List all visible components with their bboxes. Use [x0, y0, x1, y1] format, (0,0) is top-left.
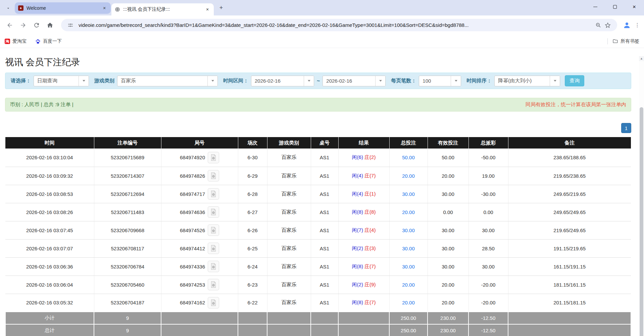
cell-total-bet: 20.00 [389, 167, 428, 185]
url-text[interactable]: videoie.com/game/betrecord_search/kind3?… [79, 22, 594, 28]
cell-session: 6-29 [238, 167, 267, 185]
footer-empty-cell [267, 324, 311, 336]
cell-total-bet: 30.00 [389, 221, 428, 239]
forward-button[interactable] [17, 19, 29, 31]
video-replay-button[interactable] [208, 243, 219, 254]
minimize-icon [593, 7, 597, 7]
video-replay-button[interactable] [208, 152, 219, 163]
dropdown-button[interactable] [375, 76, 385, 86]
dropdown-button[interactable] [304, 76, 314, 86]
date-end-select[interactable]: 2026-02-16 [323, 76, 386, 86]
cell-result: 闲(8) 庄(7) [338, 257, 389, 276]
round-wrap: 684974826 [180, 170, 219, 181]
new-tab-button[interactable]: + [216, 3, 226, 12]
round-wrap: 684974253 [180, 279, 219, 290]
video-replay-button[interactable] [208, 224, 219, 236]
cell-session: 6-22 [238, 294, 267, 312]
total-bet-value[interactable]: 20.00 [402, 300, 415, 305]
dropdown-button[interactable] [79, 76, 89, 86]
tab-welcome[interactable]: ♠ Welcome ✕ [15, 2, 111, 14]
round-number: 684974412 [180, 246, 205, 251]
scroll-up-icon[interactable]: ▲ [639, 56, 644, 61]
profile-avatar[interactable] [622, 20, 632, 30]
footer-empty-cell [338, 324, 389, 336]
round-wrap: 684974920 [180, 152, 219, 163]
reload-button[interactable] [31, 19, 42, 31]
chevron-down-icon [6, 6, 10, 10]
tab-betrecord[interactable]: :::视讯 会员下注纪录::: ✕ [111, 3, 214, 15]
cell-time: 2026-02-16 03:06:04 [5, 276, 94, 294]
bookmark-label: 百度一下 [43, 38, 62, 44]
dropdown-button[interactable] [451, 76, 461, 86]
total-bet-value[interactable]: 20.00 [402, 282, 415, 288]
sort-label: 时间排序： [466, 78, 492, 84]
baidu-paw-icon [35, 39, 41, 44]
window-maximize-button[interactable] [605, 0, 625, 13]
dropdown-button[interactable] [207, 76, 217, 86]
cell-round: 684974717 [161, 185, 238, 203]
bookmark-star-icon[interactable] [603, 20, 612, 30]
result-player: 闲(6) [352, 154, 363, 160]
window-minimize-button[interactable] [586, 0, 605, 13]
cell-time: 2026-02-16 03:05:32 [5, 294, 94, 312]
cell-bet-id: 523206709668 [94, 221, 161, 239]
footer-empty-cell [238, 312, 267, 324]
total-bet-value[interactable]: 30.00 [402, 264, 415, 269]
bookmark-baidu[interactable]: 百度一下 [35, 38, 62, 44]
per-page-select[interactable]: 100 [419, 76, 461, 86]
total-bet-value[interactable]: 50.00 [402, 155, 415, 160]
tab-close-icon[interactable]: ✕ [101, 5, 107, 11]
video-replay-button[interactable] [208, 206, 219, 218]
divider [607, 38, 608, 44]
video-replay-button[interactable] [208, 170, 219, 181]
result-banker: 庄(1) [364, 191, 376, 197]
total-bet-value[interactable]: 30.00 [402, 191, 415, 197]
zoom-icon[interactable] [594, 20, 603, 30]
tab-search-button[interactable] [3, 3, 13, 13]
home-button[interactable] [44, 19, 56, 31]
maximize-icon [613, 5, 617, 9]
result-banker: 庄(7) [364, 263, 376, 269]
video-replay-button[interactable] [208, 188, 219, 200]
video-replay-button[interactable] [208, 261, 219, 272]
time-range-label: 时间区间： [223, 78, 248, 84]
search-button[interactable]: 查询 [565, 75, 584, 86]
all-bookmarks-button[interactable]: 所有书签 [607, 38, 639, 44]
bookmark-label: 爱淘宝 [12, 38, 27, 44]
cell-valid-bet: 20.00 [428, 276, 468, 294]
result-player: 闲(7) [352, 227, 363, 233]
total-bet-value[interactable]: 20.00 [402, 209, 415, 215]
cell-note: 249.65/219.65 [508, 185, 631, 203]
query-type-select[interactable]: 日期查询 [34, 76, 89, 86]
cell-session: 6-27 [238, 203, 267, 221]
total-bet-value[interactable]: 20.00 [402, 173, 415, 179]
date-start-select[interactable]: 2026-02-16 [251, 76, 314, 86]
column-header: 局号 [161, 137, 238, 149]
sort-select[interactable]: 降幂(由大到小) [494, 76, 560, 86]
cell-note: 219.65/249.65 [508, 221, 631, 239]
page-scrollbar[interactable]: ▲ ▼ [639, 56, 644, 336]
browser-menu-button[interactable]: ⋮ [633, 20, 641, 30]
page-1-button[interactable]: 1 [621, 123, 631, 133]
cell-valid-bet: 30.00 [428, 185, 468, 203]
bet-table-footer: 小计9250.00230.00-12.50总计9250.00230.00-12.… [5, 312, 631, 336]
video-replay-button[interactable] [208, 279, 219, 290]
cell-result: 闲(2) 庄(9) [338, 276, 389, 294]
total-bet-value[interactable]: 30.00 [402, 227, 415, 233]
round-number: 684974336 [180, 264, 205, 269]
video-replay-button[interactable] [208, 297, 219, 308]
game-kind-select[interactable]: 百家乐 [117, 76, 218, 86]
cell-round: 684974162 [161, 294, 238, 312]
bookmark-aitaobao[interactable]: 淘 爱淘宝 [5, 38, 27, 44]
sort-value: 降幂(由大到小) [495, 78, 550, 84]
address-bar[interactable]: videoie.com/game/betrecord_search/kind3?… [61, 19, 617, 31]
window-close-button[interactable]: ✕ [625, 0, 644, 13]
total-bet-value[interactable]: 30.00 [402, 246, 415, 251]
scrollbar-thumb[interactable] [640, 107, 643, 336]
dropdown-button[interactable] [550, 76, 560, 86]
back-button[interactable] [4, 19, 15, 31]
round-number: 684974717 [180, 191, 205, 197]
site-settings-icon[interactable] [66, 20, 75, 30]
result-player: 闲(4) [352, 173, 363, 178]
tab-close-icon[interactable]: ✕ [204, 6, 210, 12]
